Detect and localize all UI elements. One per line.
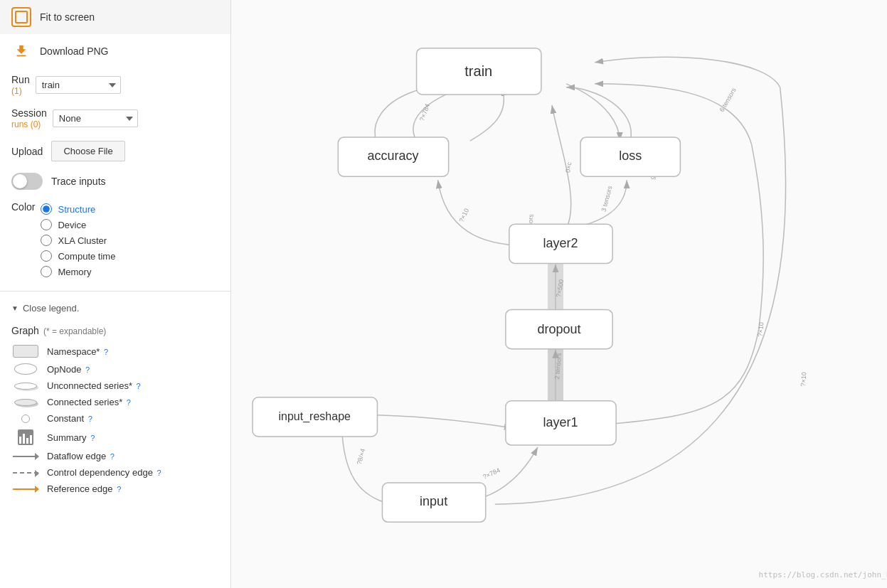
session-select[interactable]: None bbox=[53, 109, 138, 127]
control-dep-icon bbox=[11, 472, 40, 474]
legend-summary: Summary ? bbox=[11, 427, 219, 448]
legend-control-dep: Control dependency edge ? bbox=[11, 464, 219, 481]
opnode-icon bbox=[11, 363, 40, 375]
legend-namespace: Namespace* ? bbox=[11, 342, 219, 360]
run-label: Run bbox=[11, 74, 30, 85]
node-input-label: input bbox=[420, 494, 447, 508]
color-radio-memory[interactable] bbox=[41, 266, 52, 277]
node-input-reshape-label: input_reshape bbox=[278, 410, 351, 423]
color-option-memory[interactable]: Memory bbox=[41, 264, 115, 279]
fit-to-screen-label: Fit to screen bbox=[40, 11, 95, 23]
dataflow-icon bbox=[11, 456, 40, 457]
svg-text:?×10: ?×10 bbox=[800, 372, 808, 387]
sidebar: Fit to screen Download PNG Run (1) train… bbox=[0, 0, 231, 588]
node-accuracy-label: accuracy bbox=[367, 149, 418, 163]
chevron-icon: ▼ bbox=[11, 304, 18, 312]
download-png-label: Download PNG bbox=[40, 46, 109, 57]
legend-namespace-label: Namespace* ? bbox=[47, 346, 108, 357]
fit-to-screen-icon bbox=[11, 7, 31, 27]
legend-reference: Reference edge ? bbox=[11, 481, 219, 497]
download-icon bbox=[11, 41, 31, 61]
legend-summary-label: Summary ? bbox=[47, 432, 95, 443]
color-label-compute: Compute time bbox=[58, 251, 115, 262]
legend-unconnected: Unconnected series* ? bbox=[11, 378, 219, 394]
node-dropout-label: dropout bbox=[537, 322, 580, 336]
close-legend-label: Close legend. bbox=[23, 303, 80, 314]
session-sub: runs (0) bbox=[11, 119, 41, 129]
color-label-device: Device bbox=[58, 220, 86, 230]
color-radio-structure[interactable] bbox=[41, 203, 52, 215]
color-section: Color Structure Device XLA Cluster Compu… bbox=[0, 196, 230, 285]
legend-dataflow: Dataflow edge ? bbox=[11, 448, 219, 464]
graph-canvas[interactable]: ?×784 9 tensors 6 tensors 3 tensors 0×c … bbox=[231, 0, 887, 588]
unconnected-icon bbox=[11, 383, 40, 390]
color-option-structure[interactable]: Structure bbox=[41, 201, 115, 217]
legend-control-dep-label: Control dependency edge ? bbox=[47, 467, 161, 478]
run-section: Run (1) train bbox=[0, 68, 230, 102]
connected-icon bbox=[11, 399, 40, 406]
color-radio-xla[interactable] bbox=[41, 235, 52, 246]
close-legend-button[interactable]: ▼ Close legend. bbox=[0, 297, 230, 319]
node-train-label: train bbox=[464, 63, 492, 79]
reference-icon bbox=[11, 488, 40, 490]
node-layer2-label: layer2 bbox=[543, 236, 578, 250]
constant-icon bbox=[11, 415, 40, 423]
color-option-device[interactable]: Device bbox=[41, 217, 115, 232]
legend-opnode-label: OpNode ? bbox=[47, 364, 90, 375]
trace-inputs-label: Trace inputs bbox=[51, 176, 106, 187]
legend-constant-label: Constant ? bbox=[47, 413, 92, 424]
color-label: Color bbox=[11, 201, 35, 213]
watermark-text: https://blog.csdn.net/john_bh bbox=[759, 570, 887, 579]
divider-1 bbox=[0, 291, 230, 292]
graph-svg: ?×784 9 tensors 6 tensors 3 tensors 0×c … bbox=[231, 0, 887, 588]
fit-to-screen-button[interactable]: Fit to screen bbox=[0, 0, 230, 34]
legend-connected: Connected series* ? bbox=[11, 394, 219, 410]
run-count: (1) bbox=[11, 86, 22, 96]
toggle-thumb bbox=[13, 174, 27, 188]
run-select[interactable]: train bbox=[36, 76, 121, 94]
choose-file-button[interactable]: Choose File bbox=[51, 141, 124, 161]
node-layer1-label: layer1 bbox=[543, 415, 578, 429]
legend-connected-label: Connected series* ? bbox=[47, 397, 131, 407]
legend-reference-label: Reference edge ? bbox=[47, 483, 121, 494]
namespace-icon bbox=[11, 345, 40, 358]
color-option-compute[interactable]: Compute time bbox=[41, 248, 115, 264]
color-radio-device[interactable] bbox=[41, 219, 52, 230]
legend-dataflow-label: Dataflow edge ? bbox=[47, 451, 115, 461]
color-label-xla: XLA Cluster bbox=[58, 235, 107, 246]
color-radio-compute[interactable] bbox=[41, 250, 52, 262]
color-label-memory: Memory bbox=[58, 267, 91, 277]
graph-title: Graph bbox=[11, 325, 39, 336]
color-label-structure: Structure bbox=[58, 204, 95, 215]
trace-inputs-section: Trace inputs bbox=[0, 167, 230, 196]
node-loss-label: loss bbox=[619, 149, 642, 163]
session-label: Session bbox=[11, 107, 47, 119]
legend-unconnected-label: Unconnected series* ? bbox=[47, 380, 141, 391]
session-runs-section: Session runs (0) None bbox=[0, 102, 230, 135]
trace-inputs-toggle[interactable] bbox=[11, 173, 43, 190]
graph-legend-section: Graph (* = expandable) Namespace* ? OpNo… bbox=[0, 319, 230, 503]
download-png-button[interactable]: Download PNG bbox=[0, 34, 230, 68]
legend-opnode: OpNode ? bbox=[11, 360, 219, 378]
legend-constant: Constant ? bbox=[11, 410, 219, 427]
toggle-track bbox=[11, 173, 43, 190]
upload-section: Upload Choose File bbox=[0, 135, 230, 167]
upload-label: Upload bbox=[11, 146, 43, 157]
graph-subtitle: (* = expandable) bbox=[43, 326, 106, 336]
color-option-xla[interactable]: XLA Cluster bbox=[41, 232, 115, 248]
summary-icon bbox=[11, 429, 40, 445]
